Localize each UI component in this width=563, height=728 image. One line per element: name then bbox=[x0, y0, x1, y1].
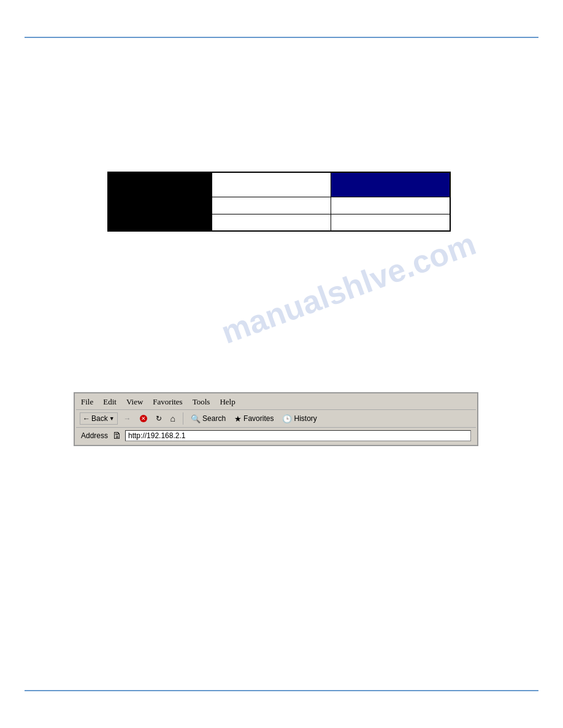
bottom-border bbox=[25, 690, 538, 691]
table-cell-white bbox=[212, 197, 331, 214]
search-button[interactable]: 🔍 Search bbox=[188, 413, 228, 425]
address-input[interactable] bbox=[125, 430, 471, 441]
browser-toolbar: ← Back ▼ → ✕ ↻ ⌂ 🔍 Search ★ Favorites bbox=[76, 410, 476, 428]
menu-view[interactable]: View bbox=[126, 397, 143, 407]
top-border bbox=[25, 37, 538, 38]
history-label: History bbox=[294, 414, 316, 423]
table-cell-black bbox=[108, 172, 212, 197]
forward-arrow-icon: → bbox=[124, 414, 131, 423]
refresh-icon: ↻ bbox=[156, 414, 162, 423]
table-cell-white bbox=[212, 172, 331, 197]
back-label: Back bbox=[91, 414, 108, 423]
menu-file[interactable]: File bbox=[81, 397, 93, 407]
page-icon: 🖺 bbox=[112, 431, 121, 441]
search-icon: 🔍 bbox=[191, 414, 201, 423]
home-button[interactable]: ⌂ bbox=[168, 412, 178, 425]
favorites-label: Favorites bbox=[243, 414, 274, 423]
table-row bbox=[108, 197, 450, 214]
toolbar-separator bbox=[183, 412, 183, 425]
data-table bbox=[107, 172, 451, 232]
browser-menubar: File Edit View Favorites Tools Help bbox=[76, 395, 476, 410]
favorites-icon: ★ bbox=[234, 414, 242, 423]
stop-icon: ✕ bbox=[140, 415, 147, 422]
menu-tools[interactable]: Tools bbox=[193, 397, 210, 407]
table-cell-black bbox=[108, 214, 212, 231]
address-bar: Address 🖺 bbox=[76, 428, 476, 444]
data-table-container bbox=[107, 172, 451, 232]
back-arrow-icon: ← bbox=[83, 414, 90, 423]
menu-edit[interactable]: Edit bbox=[103, 397, 117, 407]
history-button[interactable]: 🕒 History bbox=[280, 413, 319, 425]
back-button[interactable]: ← Back ▼ bbox=[80, 412, 118, 425]
favorites-button[interactable]: ★ Favorites bbox=[232, 413, 276, 425]
menu-favorites[interactable]: Favorites bbox=[153, 397, 182, 407]
watermark: manualshlve.com bbox=[216, 225, 481, 351]
search-label: Search bbox=[202, 414, 226, 423]
history-icon: 🕒 bbox=[282, 414, 292, 423]
stop-button[interactable]: ✕ bbox=[137, 414, 150, 423]
table-cell-blue bbox=[331, 172, 450, 197]
table-cell-white bbox=[331, 197, 450, 214]
table-row bbox=[108, 172, 450, 197]
table-cell-white bbox=[331, 214, 450, 231]
table-cell-white bbox=[212, 214, 331, 231]
refresh-button[interactable]: ↻ bbox=[153, 413, 164, 424]
table-cell-black bbox=[108, 197, 212, 214]
menu-help[interactable]: Help bbox=[220, 397, 235, 407]
table-row bbox=[108, 214, 450, 231]
browser-window: File Edit View Favorites Tools Help ← Ba… bbox=[74, 392, 478, 446]
address-label: Address bbox=[81, 431, 108, 440]
home-icon: ⌂ bbox=[170, 414, 175, 423]
dropdown-arrow-icon: ▼ bbox=[109, 415, 115, 422]
forward-button[interactable]: → bbox=[121, 413, 134, 424]
